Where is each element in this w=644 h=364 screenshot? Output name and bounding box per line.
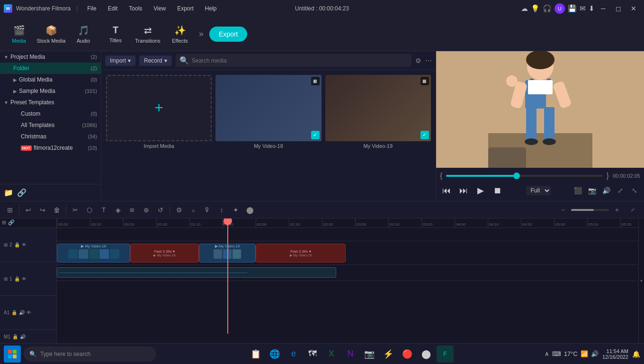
headphone-icon[interactable]: 🎧 [543,4,552,13]
color-button[interactable]: ◈ [112,204,124,216]
pip-icon[interactable]: ⤢ [615,185,626,196]
tree-all-templates[interactable]: All Templates (1086) [0,119,101,131]
import-button[interactable]: Import ▾ [105,55,135,66]
menu-file[interactable]: File [83,4,100,13]
restore-button[interactable]: ◻ [612,3,625,14]
import-thumb[interactable]: + [106,75,212,141]
tree-custom[interactable]: Custom (0) [0,108,101,119]
tree-sample-media[interactable]: ▶ Sample Media (101) [0,85,101,97]
prev-frame-button[interactable]: ⏭ [457,184,470,197]
undo2-button[interactable]: ↺ [154,204,167,216]
audio-edit-button[interactable]: ≋ [126,204,138,216]
ai-button[interactable]: ✦ [230,204,242,216]
search-input[interactable] [192,57,408,64]
download-icon[interactable]: ⬇ [589,4,595,13]
undo-button[interactable]: ↩ [22,204,35,216]
sun-icon[interactable]: 💡 [531,4,540,13]
cut2-button[interactable]: ⬤ [244,204,256,216]
toolbar-expand-icon[interactable]: » [199,29,204,39]
toolbar-media[interactable]: 🎬 Media [4,20,34,48]
taskbar-filmora[interactable]: F [437,346,454,363]
mask-button[interactable]: ⬦ [187,204,199,216]
crop-button[interactable]: ⬡ [83,204,96,216]
timeline-grid-button[interactable]: ⊞ [4,204,16,216]
play-button[interactable]: ▶ [474,184,487,197]
export-button[interactable]: Export [209,27,247,42]
text-button[interactable]: T [98,204,110,216]
save-icon[interactable]: 💾 [568,4,577,13]
cut-button[interactable]: ✂ [69,204,81,216]
add-folder-icon[interactable]: 📁 [4,188,13,197]
playhead[interactable]: ✂ [227,218,228,334]
motion-button[interactable]: ↕ [215,204,228,216]
audio-clip-1[interactable]: ~~~~~~~~~~~~~~~~~~~~~~~~~~~~~~~~~~~~~~~~… [57,267,336,278]
more-icon[interactable]: ⋯ [425,57,432,64]
video19-thumb[interactable]: ▦ ✓ [325,75,431,141]
folder-link-icon[interactable]: 🔗 [17,188,27,197]
taskbar-files[interactable]: 📋 [247,346,264,363]
fullscreen-icon[interactable]: ⤡ [629,185,640,196]
tree-global-media[interactable]: ▶ Global Media (0) [0,74,101,85]
video18-thumb[interactable]: ▦ ✓ [215,75,321,141]
taskbar-maps[interactable]: 🗺 [304,346,321,363]
a1-lock-icon[interactable]: 🔒 [11,310,17,315]
zoom-slider[interactable] [571,209,609,211]
volume-icon[interactable]: 🔊 [600,185,612,196]
v2-lock-icon[interactable]: 🔒 [14,242,20,247]
toolbar-transitions[interactable]: ⇄ Transitions [133,20,163,48]
taskbar-app1[interactable]: ⚡ [380,346,397,363]
filter-icon[interactable]: ⚙ [415,57,421,64]
record-button[interactable]: Record ▾ [139,55,172,66]
tree-preset-templates[interactable]: ▼ Preset Templates [0,97,101,108]
delete-button[interactable]: 🗑 [51,204,63,216]
tree-project-media[interactable]: ▼ Project Media (2) [0,51,101,63]
scrubber-handle[interactable] [513,173,520,179]
a1-eye-icon[interactable]: 👁 [27,310,31,315]
voice-button[interactable]: 🎙 [201,204,214,216]
menu-edit[interactable]: Edit [104,4,122,13]
notifications-icon[interactable]: 🔔 [632,350,640,358]
speed-button[interactable]: ⊕ [140,204,152,216]
menu-export[interactable]: Export [173,4,197,13]
menu-tools[interactable]: Tools [125,4,146,13]
tray-wifi-icon[interactable]: 📶 [581,350,588,357]
taskbar-edge[interactable]: e [285,346,302,363]
redo-button[interactable]: ↪ [36,204,49,216]
mail-icon[interactable]: ✉ [580,4,586,13]
zoom-fit-button[interactable]: ⤢ [625,204,640,216]
taskbar-browser[interactable]: 🌐 [266,346,283,363]
quality-select[interactable]: Full 1/2 1/4 [526,186,551,195]
a1-vol-icon[interactable]: 🔊 [19,310,25,315]
v1-lock-icon[interactable]: 🔒 [14,276,20,282]
tray-speaker-icon[interactable]: 🔊 [591,350,599,357]
fast-clip-1[interactable]: Fast 2.00x ▾ ▶ My Video-18 [130,244,199,263]
toolbar-titles[interactable]: T Titles [100,20,131,48]
v1-eye-icon[interactable]: 👁 [22,276,27,282]
toolbar-stock-media[interactable]: 📦 Stock Media [36,20,66,48]
skip-back-button[interactable]: ⏮ [440,184,453,197]
magic-button[interactable]: ⚙ [173,204,185,216]
add-track-icon[interactable]: ⊞ [2,219,6,226]
taskbar-onenote[interactable]: N [342,346,359,363]
m1-vol-icon[interactable]: 🔊 [20,334,26,339]
stop-button[interactable]: ⏹ [491,184,504,197]
toolbar-audio[interactable]: 🎵 Audio [68,20,98,48]
taskbar-chrome[interactable]: ⬤ [418,346,435,363]
tray-keyboard-icon[interactable]: ⌨ [552,350,561,357]
add-track-side[interactable]: + [638,218,644,343]
cloud-icon[interactable]: ☁ [521,4,528,13]
zoom-in-button[interactable]: ＋ [611,204,623,216]
menu-help[interactable]: Help [201,4,221,13]
taskbar-app2[interactable]: 🔴 [399,346,416,363]
taskbar-photos[interactable]: 📷 [361,346,378,363]
tree-folder[interactable]: Folder (2) [0,63,101,74]
link-icon[interactable]: 🔗 [8,219,15,226]
close-button[interactable]: ✕ [627,3,640,14]
start-button[interactable] [4,346,21,363]
fast-clip-2[interactable]: Fast 2.00x ▾ ▶ My Video-19 [256,244,346,263]
tree-christmas[interactable]: Christmas (34) [0,131,101,142]
add-to-timeline-icon[interactable]: ⬛ [572,185,583,196]
snapshot-icon[interactable]: 📷 [586,185,598,196]
tray-up-icon[interactable]: ∧ [545,350,549,357]
taskbar-search[interactable]: 🔍 Type here to search [24,346,156,362]
